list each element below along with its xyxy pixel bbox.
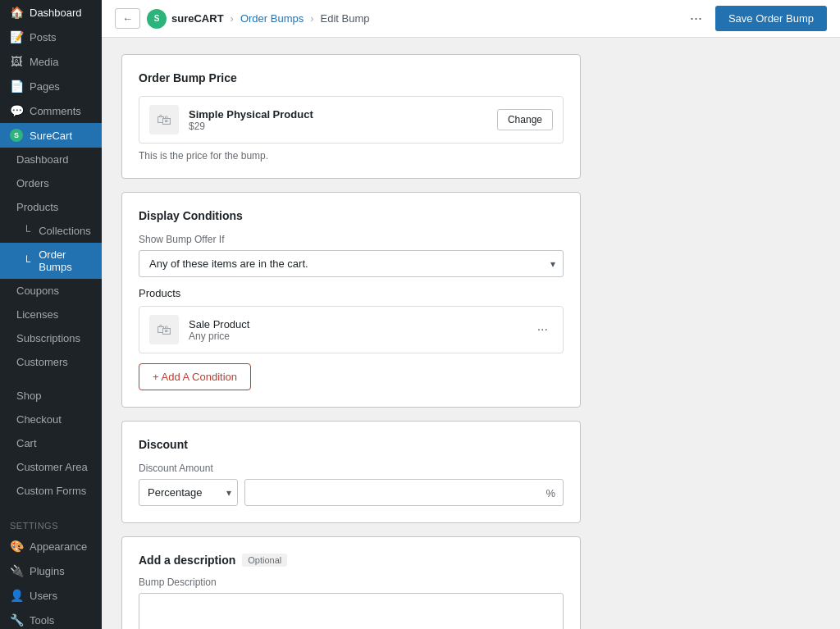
product-image: 🛍: [149, 105, 179, 134]
condition-select[interactable]: Any of these items are in the cart. All …: [139, 250, 564, 277]
sidebar-item-media[interactable]: 🖼 Media: [0, 49, 102, 74]
sidebar-item-custom-forms[interactable]: Custom Forms: [0, 479, 102, 503]
breadcrumb-current: Edit Bump: [321, 12, 370, 25]
sidebar-item-plugins[interactable]: 🔌 Plugins: [0, 558, 102, 583]
description-title: Add a description: [139, 554, 235, 567]
sidebar-item-products[interactable]: Products: [0, 195, 102, 219]
sale-product-row: 🛍 Sale Product Any price ···: [139, 306, 564, 353]
discount-amount-label: Discount Amount: [139, 463, 564, 474]
discount-card: Discount Discount Amount Percentage Fixe…: [121, 421, 581, 523]
sidebar-item-checkout[interactable]: Checkout: [0, 408, 102, 431]
users-icon: 👤: [10, 589, 23, 602]
discount-value-wrapper: %: [244, 479, 564, 506]
sale-product-more-button[interactable]: ···: [532, 321, 553, 339]
sidebar-item-pages[interactable]: 📄 Pages: [0, 74, 102, 98]
discount-value-input[interactable]: [244, 479, 564, 506]
product-price: $29: [189, 121, 487, 132]
bump-description-label: Bump Description: [139, 577, 564, 588]
order-bump-price-card: Order Bump Price 🛍 Simple Physical Produ…: [121, 54, 581, 179]
bump-description-input[interactable]: [139, 593, 564, 629]
product-info: Simple Physical Product $29: [189, 108, 487, 132]
discount-type-select[interactable]: Percentage Fixed Amount: [139, 479, 238, 506]
sidebar-item-tools[interactable]: 🔧 Tools: [0, 608, 102, 629]
media-icon: 🖼: [10, 55, 23, 68]
surecart-icon: S: [10, 129, 23, 142]
sale-product-sub: Any price: [189, 330, 523, 342]
discount-title: Discount: [139, 438, 564, 451]
comments-icon: 💬: [10, 104, 23, 117]
content-main: Order Bump Price 🛍 Simple Physical Produ…: [121, 54, 581, 613]
sidebar-item-licenses[interactable]: Licenses: [0, 303, 102, 326]
product-row: 🛍 Simple Physical Product $29 Change: [139, 96, 564, 144]
sidebar-item-orders[interactable]: Orders: [0, 171, 102, 195]
price-hint: This is the price for the bump.: [139, 150, 564, 162]
sidebar-item-subscriptions[interactable]: Subscriptions: [0, 326, 102, 350]
product-name: Simple Physical Product: [189, 108, 487, 121]
sidebar-item-comments[interactable]: 💬 Comments: [0, 98, 102, 123]
pages-icon: 📄: [10, 80, 23, 93]
condition-select-wrapper: Any of these items are in the cart. All …: [139, 250, 564, 277]
sidebar-item-users[interactable]: 👤 Users: [0, 583, 102, 608]
sidebar-item-collections[interactable]: └ Collections: [0, 219, 102, 243]
sidebar-item-sc-dashboard[interactable]: Dashboard: [0, 148, 102, 171]
description-header: Add a description Optional: [139, 554, 564, 567]
dashboard-icon: 🏠: [10, 6, 23, 19]
optional-badge: Optional: [242, 554, 287, 567]
back-button[interactable]: ←: [115, 8, 140, 29]
sidebar-item-shop[interactable]: Shop: [0, 384, 102, 408]
main-content: ← S sureCART › Order Bumps › Edit Bump ·…: [102, 0, 840, 629]
save-order-bump-button[interactable]: Save Order Bump: [715, 6, 827, 31]
sidebar-item-coupons[interactable]: Coupons: [0, 279, 102, 303]
sale-product-name: Sale Product: [189, 318, 523, 330]
sidebar-item-customers[interactable]: Customers: [0, 350, 102, 374]
sidebar-item-posts[interactable]: 📝 Posts: [0, 25, 102, 49]
sidebar-item-surecart[interactable]: S SureCart: [0, 123, 102, 148]
order-bump-price-title: Order Bump Price: [139, 71, 564, 84]
sidebar-item-order-bumps[interactable]: └ Order Bumps: [0, 243, 102, 279]
logo-text: sureCART: [171, 12, 224, 25]
topbar-right: ··· Save Order Bump: [683, 6, 827, 31]
sidebar-item-customer-area[interactable]: Customer Area: [0, 455, 102, 479]
products-label: Products: [139, 287, 564, 299]
surecart-logo: S sureCART: [147, 9, 224, 29]
discount-unit: %: [546, 486, 555, 499]
change-product-button[interactable]: Change: [497, 109, 553, 130]
add-condition-button[interactable]: + Add A Condition: [139, 363, 251, 390]
settings-section-label: Settings: [0, 513, 102, 534]
discount-type-wrapper: Percentage Fixed Amount ▾: [139, 479, 238, 506]
topbar-left: ← S sureCART › Order Bumps › Edit Bump: [115, 8, 370, 29]
breadcrumb-sep-2: ›: [310, 12, 313, 25]
tools-icon: 🔧: [10, 613, 23, 627]
plugins-icon: 🔌: [10, 564, 23, 577]
sale-product-image: 🛍: [149, 315, 179, 344]
appearance-icon: 🎨: [10, 540, 23, 553]
breadcrumb-sep-1: ›: [231, 12, 234, 25]
logo-circle: S: [147, 9, 167, 29]
sale-product-info: Sale Product Any price: [189, 318, 523, 342]
posts-icon: 📝: [10, 30, 23, 43]
display-conditions-card: Display Conditions Show Bump Offer If An…: [121, 192, 581, 408]
sidebar: 🏠 Dashboard 📝 Posts 🖼 Media 📄 Pages 💬 Co…: [0, 0, 102, 629]
discount-row: Percentage Fixed Amount ▾ %: [139, 479, 564, 506]
topbar: ← S sureCART › Order Bumps › Edit Bump ·…: [102, 0, 840, 38]
content-area: Order Bump Price 🛍 Simple Physical Produ…: [102, 38, 840, 629]
show-bump-label: Show Bump Offer If: [139, 234, 564, 245]
display-conditions-title: Display Conditions: [139, 209, 564, 222]
sidebar-item-appearance[interactable]: 🎨 Appearance: [0, 534, 102, 558]
sidebar-item-dashboard-wp[interactable]: 🏠 Dashboard: [0, 0, 102, 25]
description-card: Add a description Optional Bump Descript…: [121, 536, 581, 629]
more-options-button[interactable]: ···: [683, 7, 709, 30]
sidebar-item-cart[interactable]: Cart: [0, 431, 102, 455]
breadcrumb-order-bumps[interactable]: Order Bumps: [240, 12, 304, 25]
